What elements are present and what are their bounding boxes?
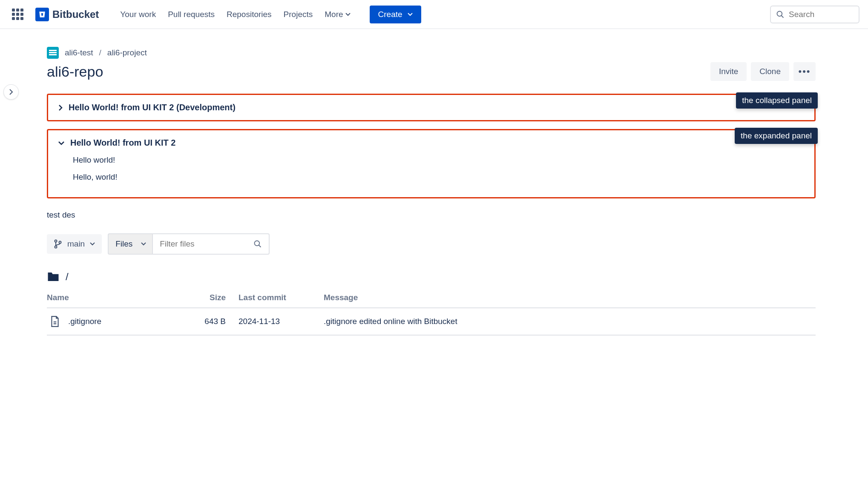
- repo-title: ali6-repo: [47, 63, 103, 80]
- title-actions: Invite Clone •••: [710, 62, 816, 81]
- expanded-panel: Hello World! from UI KIT 2 the expanded …: [47, 129, 816, 198]
- filter-files-wrap: [152, 233, 270, 255]
- brand-text: Bitbucket: [52, 9, 99, 20]
- path-row: /: [47, 271, 816, 283]
- nav-pull-requests[interactable]: Pull requests: [168, 10, 215, 19]
- nav-repositories[interactable]: Repositories: [227, 10, 272, 19]
- expanded-panel-header[interactable]: Hello World! from UI KIT 2: [58, 138, 804, 148]
- nav-your-work[interactable]: Your work: [120, 10, 156, 19]
- branch-icon: [54, 239, 62, 249]
- collapsed-panel: Hello World! from UI KIT 2 (Development)…: [47, 94, 816, 121]
- folder-icon[interactable]: [47, 271, 60, 282]
- chevron-down-icon: [408, 13, 413, 16]
- col-message: Message: [324, 293, 816, 302]
- chevron-right-icon: [58, 105, 63, 111]
- collapsed-panel-header[interactable]: Hello World! from UI KIT 2 (Development): [58, 103, 804, 112]
- expanded-panel-badge: the expanded panel: [735, 128, 818, 144]
- col-commit: Last commit: [239, 293, 324, 302]
- chevron-down-icon: [58, 141, 64, 145]
- breadcrumb-separator: /: [99, 48, 101, 57]
- files-dropdown[interactable]: Files: [108, 233, 153, 255]
- chevron-right-icon: [9, 89, 14, 95]
- col-size: Size: [192, 293, 239, 302]
- search-icon: [253, 240, 262, 248]
- filter-files-input[interactable]: [160, 239, 253, 249]
- create-button[interactable]: Create: [370, 6, 421, 23]
- more-actions-button[interactable]: •••: [793, 62, 816, 81]
- nav-items: Your work Pull requests Repositories Pro…: [120, 10, 350, 19]
- file-message: .gitignore edited online with Bitbucket: [324, 317, 816, 326]
- table-row[interactable]: .gitignore 643 B 2024-11-13 .gitignore e…: [47, 308, 816, 336]
- breadcrumb-workspace[interactable]: ali6-test: [65, 48, 93, 57]
- file-name[interactable]: .gitignore: [68, 317, 101, 326]
- nav-more[interactable]: More: [325, 10, 350, 19]
- repo-description: test des: [47, 210, 816, 220]
- bitbucket-logo[interactable]: Bitbucket: [35, 8, 99, 21]
- breadcrumb-project[interactable]: ali6-project: [107, 48, 147, 57]
- chevron-down-icon: [141, 242, 146, 246]
- breadcrumb: ali6-test / ali6-project: [47, 47, 816, 59]
- workspace-avatar-icon: [47, 47, 59, 59]
- svg-point-5: [55, 246, 57, 248]
- collapsed-panel-badge: the collapsed panel: [736, 92, 818, 109]
- file-commit: 2024-11-13: [239, 317, 324, 326]
- branch-selector[interactable]: main: [47, 234, 102, 254]
- more-horizontal-icon: •••: [798, 66, 811, 77]
- invite-button[interactable]: Invite: [710, 62, 747, 81]
- expanded-panel-title: Hello World! from UI KIT 2: [70, 138, 175, 148]
- clone-button[interactable]: Clone: [751, 62, 789, 81]
- file-icon: [50, 316, 60, 327]
- svg-point-6: [59, 241, 61, 244]
- svg-rect-3: [49, 54, 57, 55]
- top-navigation: Bitbucket Your work Pull requests Reposi…: [0, 0, 868, 29]
- panel-body-line: Hello, world!: [73, 172, 804, 182]
- search-box[interactable]: [770, 6, 859, 23]
- svg-point-4: [55, 240, 57, 242]
- chevron-down-icon: [90, 242, 95, 246]
- search-icon: [776, 10, 785, 19]
- file-table: Name Size Last commit Message .gitignore…: [47, 293, 816, 336]
- expanded-panel-body: Hello world! Hello, world!: [58, 148, 804, 182]
- table-header: Name Size Last commit Message: [47, 293, 816, 308]
- search-input[interactable]: [789, 10, 854, 19]
- svg-point-0: [777, 11, 782, 16]
- col-name: Name: [47, 293, 192, 302]
- nav-projects[interactable]: Projects: [284, 10, 313, 19]
- file-toolbar: main Files: [47, 233, 816, 255]
- expand-sidebar-button[interactable]: [3, 84, 19, 100]
- file-size: 643 B: [192, 317, 239, 326]
- chevron-down-icon: [345, 13, 351, 16]
- panel-body-line: Hello world!: [73, 155, 804, 165]
- bitbucket-icon: [35, 8, 49, 21]
- svg-rect-2: [49, 52, 57, 53]
- svg-point-7: [255, 241, 260, 246]
- collapsed-panel-title: Hello World! from UI KIT 2 (Development): [69, 103, 236, 112]
- path-root: /: [66, 271, 69, 283]
- app-switcher-icon[interactable]: [9, 5, 27, 23]
- svg-rect-1: [49, 50, 57, 51]
